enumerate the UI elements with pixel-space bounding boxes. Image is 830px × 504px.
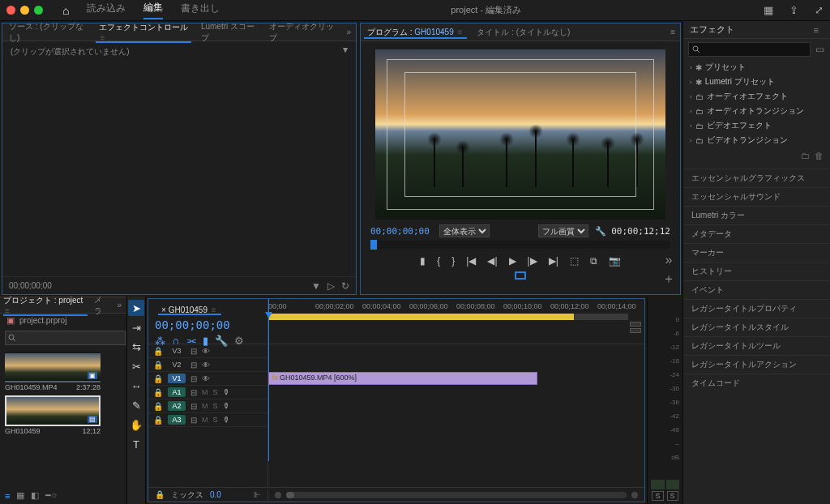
wrench-icon[interactable]: 🔧	[595, 226, 606, 237]
panel-menu-icon[interactable]: »	[112, 301, 126, 310]
voiceover-icon[interactable]: 🎙	[223, 402, 230, 410]
sync-lock-icon[interactable]: ⊟	[190, 402, 197, 411]
lock-icon[interactable]: 🔒	[153, 402, 163, 411]
sync-lock-icon[interactable]: ⊟	[190, 347, 197, 356]
pen-tool-icon[interactable]: ✎	[128, 397, 144, 413]
sync-lock-icon[interactable]: ⊟	[190, 388, 197, 397]
panel-tab[interactable]: イベント	[683, 280, 830, 299]
program-tc-in[interactable]: 00;00;00;00	[370, 226, 430, 237]
panel-tab[interactable]: マーカー	[683, 243, 830, 262]
lock-icon[interactable]: 🔒	[153, 416, 163, 425]
eye-icon[interactable]: 👁	[202, 374, 210, 383]
fx-badge-filter-icon[interactable]: ▭	[814, 42, 826, 57]
timeline-display-opt[interactable]	[630, 322, 641, 327]
eye-icon[interactable]: 👁	[202, 361, 210, 369]
ripple-edit-tool-icon[interactable]: ⇆	[128, 339, 144, 355]
play-icon[interactable]: ▶	[509, 255, 516, 267]
timeline-display-opt[interactable]	[630, 328, 641, 333]
go-out-icon[interactable]: ▶|	[549, 255, 558, 267]
solo-left[interactable]: S	[652, 491, 663, 501]
zoom-select[interactable]: 全体表示	[439, 224, 490, 237]
project-item[interactable]: ▣ GH010459.MP42:37:28	[5, 352, 101, 392]
lock-icon[interactable]: 🔒	[155, 490, 165, 499]
tab-project[interactable]: プロジェクト : project ≡	[0, 295, 91, 315]
solo-button[interactable]: S	[213, 388, 218, 396]
panel-tab[interactable]: レガシータイトルアクション	[683, 355, 830, 374]
freeform-view-icon[interactable]: ◧	[31, 490, 39, 501]
mute-button[interactable]: M	[202, 388, 208, 396]
tab-import[interactable]: 読み込み	[87, 2, 126, 19]
panel-tab[interactable]: エッセンシャルサウンド	[683, 187, 830, 206]
track-target[interactable]: A3	[168, 415, 186, 425]
mark-in-icon[interactable]: ▮	[420, 255, 426, 267]
panel-menu-icon[interactable]: ≡	[665, 28, 680, 36]
lock-icon[interactable]: 🔒	[153, 347, 163, 356]
eye-icon[interactable]: 👁	[202, 347, 210, 356]
mix-value[interactable]: 0.0	[210, 490, 221, 499]
effects-folder[interactable]: ›🗀オーディオトランジション	[683, 104, 830, 118]
panel-tab[interactable]: レガシータイトルプロパティ	[683, 299, 830, 318]
panel-tab[interactable]: レガシータイトルスタイル	[683, 318, 830, 336]
slip-tool-icon[interactable]: ↔	[128, 378, 144, 394]
track-target[interactable]: V3	[168, 346, 186, 356]
loop-icon[interactable]: ↻	[341, 280, 349, 292]
panel-tab[interactable]: メタデータ	[683, 224, 830, 243]
step-back-icon[interactable]: ◀|	[487, 255, 497, 267]
tab-source[interactable]: ソース : (クリップなし)	[2, 21, 92, 44]
track-select-tool-icon[interactable]: ⇥	[128, 319, 144, 335]
zoom-icon[interactable]	[34, 6, 43, 15]
bracket-out-icon[interactable]: }	[451, 255, 455, 267]
collapse-icon[interactable]: ▶	[342, 48, 349, 53]
lock-icon[interactable]: 🔒	[153, 361, 163, 369]
meter-icon[interactable]: ⊩	[254, 490, 261, 499]
overflow-icon[interactable]: »	[665, 253, 673, 267]
solo-right[interactable]: S	[667, 491, 678, 501]
tab-sequence[interactable]: × GH010459 ≡	[155, 305, 225, 314]
tab-title[interactable]: タイトル : (タイトルなし)	[470, 27, 576, 38]
track-target[interactable]: V1	[168, 374, 186, 383]
mute-button[interactable]: M	[202, 402, 208, 410]
tab-program[interactable]: プログラム : GH010459 ≡	[361, 27, 470, 38]
lift-icon[interactable]: ⬚	[570, 255, 579, 267]
voiceover-icon[interactable]: 🎙	[223, 416, 230, 424]
sync-lock-icon[interactable]: ⊟	[190, 361, 197, 369]
lock-icon[interactable]: 🔒	[153, 374, 163, 383]
tab-lumetri-scopes[interactable]: Lumetri スコープ	[195, 21, 263, 44]
quality-select[interactable]: フル画質	[538, 224, 588, 237]
tab-media-browser[interactable]: メラ	[91, 294, 113, 317]
panel-tab[interactable]: ヒストリー	[683, 262, 830, 280]
effects-folder[interactable]: ›🗀ビデオトランジション	[683, 133, 830, 147]
icon-view-icon[interactable]: ▦	[16, 490, 24, 501]
zoom-scrollbar[interactable]	[286, 492, 627, 498]
track-area[interactable]: fxGH010459.MP4 [600%]	[268, 344, 644, 487]
solo-button[interactable]: S	[213, 402, 218, 410]
timeline-timecode[interactable]: 00;00;00;00	[155, 318, 261, 331]
selection-tool-icon[interactable]: ➤	[128, 300, 144, 316]
panel-menu-icon[interactable]: ≡	[809, 25, 824, 35]
solo-button[interactable]: S	[213, 416, 218, 424]
timeline-clip[interactable]: fxGH010459.MP4 [600%]	[268, 372, 537, 385]
step-fwd-icon[interactable]: |▶	[528, 255, 537, 267]
delete-icon[interactable]: 🗑	[815, 151, 824, 160]
sync-lock-icon[interactable]: ⊟	[190, 416, 197, 425]
project-item[interactable]: ▤ GH01045912;12	[5, 395, 101, 436]
close-icon[interactable]	[6, 6, 15, 15]
list-view-icon[interactable]: ≡	[5, 491, 10, 501]
lock-icon[interactable]: 🔒	[153, 388, 163, 397]
play-only-icon[interactable]: ▷	[327, 280, 335, 292]
zoom-slider[interactable]: ━○	[45, 490, 57, 501]
fullscreen-icon[interactable]: ⤢	[815, 4, 824, 16]
zoom-out-icon[interactable]	[275, 492, 281, 498]
export-frame-icon[interactable]: 📷	[609, 255, 621, 267]
hand-tool-icon[interactable]: ✋	[128, 416, 144, 433]
program-scrubber[interactable]	[370, 241, 670, 249]
program-video-view[interactable]	[375, 49, 665, 220]
panel-menu-icon[interactable]: »	[341, 28, 356, 36]
bracket-in-icon[interactable]: {	[437, 255, 440, 267]
project-search-input[interactable]	[5, 331, 126, 345]
go-in-icon[interactable]: |◀	[466, 255, 476, 267]
razor-tool-icon[interactable]: ✂	[128, 358, 144, 374]
effects-folder[interactable]: ›✱プリセット	[683, 60, 830, 75]
effects-folder[interactable]: ›🗀オーディオエフェクト	[683, 89, 830, 104]
extract-icon[interactable]: ⧉	[590, 255, 597, 267]
